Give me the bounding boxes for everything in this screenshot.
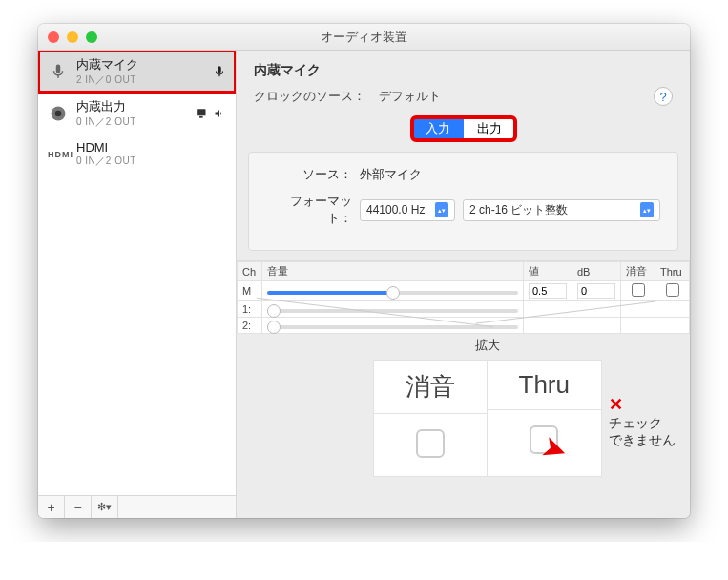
device-info: HDMI 0 IN／2 OUT <box>76 140 226 168</box>
annot-line2: できません <box>609 432 676 449</box>
tabs: 入力 出力 <box>237 117 690 140</box>
format-panel: ソース： 外部マイク フォーマット： 44100.0 Hz ▴▾ 2 ch-16… <box>248 152 678 251</box>
device-info: 内蔵マイク 2 IN／0 OUT <box>76 56 205 87</box>
help-button[interactable]: ? <box>654 87 673 106</box>
thru-checkbox-m[interactable] <box>666 283 679 297</box>
svg-rect-2 <box>197 109 205 115</box>
device-info: 内蔵出力 0 IN／2 OUT <box>76 98 188 129</box>
clock-value: デフォルト <box>379 88 441 105</box>
device-name: 内蔵出力 <box>76 98 188 115</box>
volume-slider-m[interactable] <box>267 291 518 295</box>
table-row: 2: <box>238 318 690 334</box>
default-mic-icon <box>213 65 226 78</box>
speaker-icon <box>48 103 69 124</box>
value-input-m[interactable] <box>529 283 567 299</box>
sample-rate-select[interactable]: 44100.0 Hz ▴▾ <box>360 199 455 221</box>
device-io: 0 IN／2 OUT <box>76 155 226 168</box>
sidebar-item-hdmi[interactable]: HDMI HDMI 0 IN／2 OUT <box>38 135 236 174</box>
svg-point-1 <box>55 111 62 117</box>
ch-label: 2: <box>238 318 262 334</box>
zoom-mute-checkbox <box>416 429 445 458</box>
col-mute: 消音 <box>621 262 655 281</box>
zoom-col-mute: 消音 <box>374 361 488 476</box>
clock-row: クロックのソース： デフォルト ? <box>254 87 673 106</box>
bit-depth-value: 2 ch-16 ビット整数 <box>469 202 568 218</box>
sample-rate-value: 44100.0 Hz <box>366 203 425 217</box>
hdmi-icon: HDMI <box>48 150 69 159</box>
zoom-head-mute: 消音 <box>374 361 488 414</box>
col-vol: 音量 <box>262 262 524 281</box>
zoom-annotation: 拡大 消音 Thru ➤ ✕ チェック できません <box>294 337 680 477</box>
annot-line1: チェック <box>609 415 676 432</box>
io-segmented: 入力 出力 <box>412 117 515 140</box>
zoom-head-thru: Thru <box>488 361 601 410</box>
device-name: HDMI <box>76 140 226 155</box>
format-label: フォーマット： <box>266 193 352 227</box>
window-title: オーディオ装置 <box>38 29 690 46</box>
sidebar-item-builtin-mic[interactable]: 内蔵マイク 2 IN／0 OUT <box>38 51 236 93</box>
zoom-label: 拡大 <box>294 337 680 354</box>
svg-rect-3 <box>199 116 203 118</box>
sidebar: 内蔵マイク 2 IN／0 OUT 内蔵出力 0 IN／2 OUT <box>38 51 237 518</box>
default-output-icons <box>196 108 226 119</box>
format-row: フォーマット： 44100.0 Hz ▴▾ 2 ch-16 ビット整数 ▴▾ <box>266 193 660 227</box>
tab-input[interactable]: 入力 <box>412 117 464 140</box>
clock-label: クロックのソース： <box>254 88 365 105</box>
db-input-m[interactable] <box>577 283 615 299</box>
x-mark-icon: ✕ <box>609 394 676 415</box>
mic-icon <box>48 61 69 82</box>
window-body: 内蔵マイク 2 IN／0 OUT 内蔵出力 0 IN／2 OUT <box>38 51 690 518</box>
col-val: 値 <box>524 262 572 281</box>
chevron-updown-icon: ▴▾ <box>435 202 448 218</box>
device-list: 内蔵マイク 2 IN／0 OUT 内蔵出力 0 IN／2 OUT <box>38 51 236 495</box>
device-name: 内蔵マイク <box>76 56 205 73</box>
annotation-text: ✕ チェック できません <box>609 394 676 449</box>
titlebar: オーディオ装置 <box>38 24 690 51</box>
sidebar-footer: + − ✻▾ <box>38 495 236 518</box>
mute-checkbox-m[interactable] <box>632 283 645 297</box>
device-title: 内蔵マイク <box>254 62 673 79</box>
content: 内蔵マイク クロックのソース： デフォルト ? 入力 出力 ソース： 外部マイク <box>237 51 690 518</box>
volume-slider-1 <box>267 309 518 313</box>
add-button[interactable]: + <box>38 496 65 518</box>
col-ch: Ch <box>238 262 262 281</box>
device-io: 2 IN／0 OUT <box>76 73 205 87</box>
col-thru: Thru <box>655 262 690 281</box>
content-header: 内蔵マイク クロックのソース： デフォルト ? <box>237 51 690 114</box>
table-header: Ch 音量 値 dB 消音 Thru <box>238 262 690 281</box>
bit-depth-select[interactable]: 2 ch-16 ビット整数 ▴▾ <box>463 199 660 221</box>
table-row: M <box>238 281 690 301</box>
window: オーディオ装置 内蔵マイク 2 IN／0 OUT <box>38 24 690 518</box>
device-io: 0 IN／2 OUT <box>76 115 188 129</box>
tab-output[interactable]: 出力 <box>464 117 515 140</box>
ch-label: 1: <box>238 301 262 318</box>
zoom-box: 消音 Thru <box>373 360 602 477</box>
source-row: ソース： 外部マイク <box>266 166 660 183</box>
source-value: 外部マイク <box>360 166 422 183</box>
col-db: dB <box>572 262 621 281</box>
sidebar-item-builtin-output[interactable]: 内蔵出力 0 IN／2 OUT <box>38 93 236 135</box>
chevron-updown-icon: ▴▾ <box>640 202 654 218</box>
source-label: ソース： <box>266 166 352 183</box>
gear-menu[interactable]: ✻▾ <box>92 496 118 518</box>
remove-button[interactable]: − <box>65 496 92 518</box>
